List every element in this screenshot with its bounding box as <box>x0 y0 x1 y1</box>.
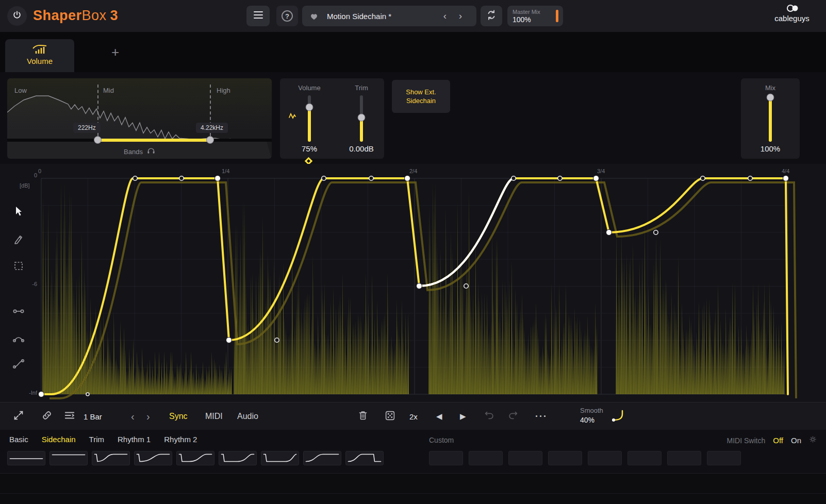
tool-draw[interactable] <box>8 230 29 250</box>
curve-node-filled[interactable] <box>606 230 612 236</box>
band-freq-high-chip[interactable]: 4.22kHz <box>196 123 228 133</box>
curve-node-filled[interactable] <box>39 392 44 397</box>
snap-button[interactable] <box>64 402 75 430</box>
smooth-control[interactable]: Smooth 40% <box>580 407 603 424</box>
trim-slider-knob[interactable] <box>358 114 366 122</box>
curve-node-hollow[interactable] <box>558 176 562 180</box>
tool-select[interactable] <box>8 257 29 277</box>
band-handle-high[interactable] <box>206 136 214 144</box>
randomize-button[interactable] <box>385 402 395 430</box>
custom-wave-slot[interactable] <box>508 451 542 465</box>
trim-slider[interactable] <box>360 95 363 142</box>
curve-node-filled[interactable] <box>593 176 599 181</box>
wave-preset-rise[interactable] <box>303 451 341 465</box>
mode-sync-button[interactable]: Sync <box>169 402 188 430</box>
custom-wave-slot[interactable] <box>707 451 741 465</box>
midi-switch-off[interactable]: Off <box>773 436 783 445</box>
wave-category-sidechain[interactable]: Sidechain <box>42 435 76 444</box>
show-ext-sidechain-button[interactable]: Show Ext. Sidechain <box>392 80 450 113</box>
bands-label[interactable]: Bands <box>124 148 143 156</box>
expand-editor-button[interactable] <box>12 402 25 430</box>
favorite-heart-icon[interactable] <box>309 12 319 21</box>
wave-preset-duck-hold-late[interactable] <box>219 451 257 465</box>
preset-next-arrow[interactable]: › <box>459 10 462 22</box>
wave-preset-plateau[interactable] <box>345 451 384 465</box>
volume-slider[interactable] <box>308 95 311 142</box>
headphones-icon[interactable] <box>147 147 155 156</box>
wave-category-basic[interactable]: Basic <box>9 435 28 444</box>
add-shaper-button[interactable]: + <box>111 44 119 60</box>
custom-wave-slot[interactable] <box>627 451 662 465</box>
curve-node-filled[interactable] <box>405 176 410 181</box>
mode-audio-button[interactable]: Audio <box>237 402 258 430</box>
curve-node-hollow[interactable] <box>179 176 184 180</box>
wave-preset-duck-late[interactable] <box>134 451 172 465</box>
length-next-arrow[interactable]: › <box>146 402 150 430</box>
link-button[interactable] <box>41 402 53 430</box>
tool-s-curve[interactable] <box>8 355 29 375</box>
wave-preset-flat-high[interactable] <box>49 451 88 465</box>
curve-node-hollow[interactable] <box>511 176 516 180</box>
mix-slider-knob[interactable] <box>767 94 774 102</box>
tool-curve[interactable] <box>8 329 29 349</box>
redo-icon <box>507 410 519 423</box>
midi-switch-on[interactable]: On <box>791 436 801 445</box>
more-options-button[interactable]: ··· <box>535 402 548 430</box>
clear-wave-button[interactable] <box>358 402 368 430</box>
wave-preset-flat-mid[interactable] <box>7 451 45 465</box>
ab-loop-button[interactable] <box>481 6 502 26</box>
curve-node-hollow[interactable] <box>369 176 373 180</box>
band-freq-low-chip[interactable]: 222Hz <box>73 123 101 133</box>
tool-line[interactable] <box>8 302 29 323</box>
master-mix-slider[interactable] <box>556 10 558 22</box>
curve-node-hollow[interactable] <box>654 230 658 234</box>
settings-gear-icon[interactable] <box>809 435 817 445</box>
custom-wave-slot[interactable] <box>469 451 503 465</box>
menu-button[interactable] <box>246 6 270 26</box>
custom-wave-slot[interactable] <box>667 451 701 465</box>
power-button[interactable] <box>7 6 27 26</box>
wave-category-rhythm-2[interactable]: Rhythm 2 <box>164 435 197 444</box>
mode-midi-button[interactable]: MIDI <box>205 402 223 430</box>
custom-wave-slot[interactable] <box>588 451 622 465</box>
redo-button[interactable] <box>507 402 519 430</box>
lfo-modulation-icon <box>288 112 299 122</box>
curve-node-filled[interactable] <box>417 283 422 289</box>
tab-volume[interactable]: Volume <box>5 39 74 72</box>
wave-preset-duck-long[interactable] <box>261 451 299 465</box>
shift-right-button[interactable]: ▶ <box>460 402 466 430</box>
undo-button[interactable] <box>484 402 495 430</box>
tool-cursor[interactable] <box>8 202 29 223</box>
curve-node-hollow[interactable] <box>701 176 705 180</box>
wave-preset-duck-early[interactable] <box>92 451 130 465</box>
band-range-bar[interactable] <box>98 139 210 142</box>
length-prev-arrow[interactable]: ‹ <box>131 402 135 430</box>
curve-node-hollow[interactable] <box>275 338 279 342</box>
curve-node-filled[interactable] <box>783 176 789 181</box>
curve-node-hollow_small[interactable] <box>86 393 89 396</box>
band-handle-low[interactable] <box>94 136 102 144</box>
mix-slider[interactable] <box>769 95 772 142</box>
wave-preset-duck-hold[interactable] <box>176 451 214 465</box>
wave-category-trim[interactable]: Trim <box>89 435 104 444</box>
mix-panel: Mix 100% <box>741 78 800 159</box>
custom-wave-slot[interactable] <box>548 451 582 465</box>
curve-node-filled[interactable] <box>226 338 232 343</box>
shift-left-button[interactable]: ◀ <box>436 402 442 430</box>
curve-node-hollow[interactable] <box>322 176 326 180</box>
loop-length-selector[interactable]: 1 Bar <box>84 402 102 430</box>
curve-node-hollow[interactable] <box>464 284 468 288</box>
midi-switch-control: MIDI Switch Off On <box>727 435 817 445</box>
curve-node-hollow[interactable] <box>133 176 137 180</box>
preset-prev-arrow[interactable]: ‹ <box>443 10 447 22</box>
editor-plot[interactable] <box>0 164 826 402</box>
master-mix-control[interactable]: Master Mix 100% <box>507 6 563 26</box>
volume-slider-knob[interactable] <box>306 104 313 111</box>
curve-node-filled[interactable] <box>215 176 221 181</box>
curve-node-hollow[interactable] <box>748 176 752 180</box>
custom-wave-slot[interactable] <box>429 451 463 465</box>
wave-category-rhythm-1[interactable]: Rhythm 1 <box>118 435 151 444</box>
preset-selector[interactable]: Motion Sidechain * ‹ › <box>302 6 476 26</box>
speed-2x-button[interactable]: 2x <box>409 402 418 430</box>
help-button[interactable]: ? <box>276 6 298 26</box>
